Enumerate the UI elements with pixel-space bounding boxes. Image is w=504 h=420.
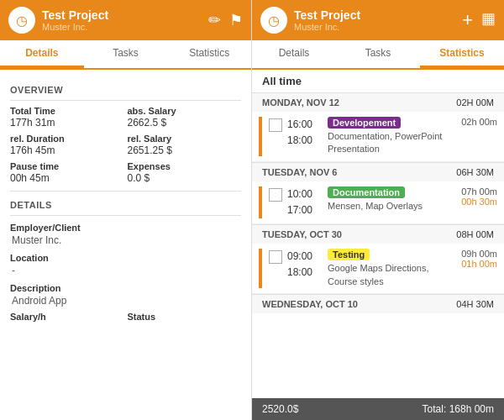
day-label-1: TUESDAY, NOV 6: [262, 167, 337, 177]
day-row-0: MONDAY, NOV 12 02H 00M: [252, 92, 504, 112]
entry-time-0: 16:0018:00: [287, 117, 323, 149]
entry-desc-2: Google Maps Directions, Course styles: [328, 263, 428, 286]
left-header: ◷ Test Project Muster Inc. ✏ ⚑: [0, 0, 251, 40]
salary-label-cell: Salary/h: [10, 312, 124, 322]
left-tab-statistics[interactable]: Statistics: [167, 40, 251, 68]
day-total-3: 04H 30M: [456, 299, 494, 309]
entry-check-1[interactable]: [269, 188, 282, 202]
stats-grid: Total Time 177h 31m abs. Salary 2662.5 $…: [10, 106, 241, 184]
employer-value: Muster Inc.: [10, 234, 241, 246]
bottom-total: Total: 168h 00m: [423, 403, 494, 415]
right-header-subtitle: Muster Inc.: [294, 22, 455, 32]
entry-flag-0: [259, 117, 262, 156]
entry-detail-0: Developement Documentation, PowerPoint P…: [328, 117, 456, 156]
entry-row-2: 09:0018:00 Testing Google Maps Direction…: [252, 244, 504, 294]
day-label-0: MONDAY, NOV 12: [262, 97, 339, 108]
right-tabs: Details Tasks Statistics: [252, 40, 504, 70]
entry-flag-1: [259, 186, 262, 218]
plus-icon[interactable]: +: [462, 9, 473, 31]
stat-rel-salary-label: rel. Salary 2651.25 $: [128, 134, 242, 156]
bottom-amount: 2520.0$: [262, 403, 298, 415]
right-tab-statistics[interactable]: Statistics: [420, 40, 504, 68]
description-label: Description: [10, 283, 241, 293]
entry-hours-2: 09h 00m 01h 00m: [461, 249, 497, 269]
left-header-title: Test Project: [42, 8, 202, 23]
day-total-2: 08H 00M: [456, 229, 494, 239]
left-tab-tasks[interactable]: Tasks: [84, 40, 168, 68]
overview-divider: [10, 100, 241, 101]
left-panel: ◷ Test Project Muster Inc. ✏ ⚑ Details T…: [0, 0, 252, 420]
right-header-icon: ◷: [260, 7, 287, 34]
right-header: ◷ Test Project Muster Inc. + ▦: [252, 0, 504, 40]
right-header-text: Test Project Muster Inc.: [294, 8, 455, 33]
right-content: MONDAY, NOV 12 02H 00M 16:0018:00 Develo…: [252, 92, 504, 398]
entry-row-0: 16:0018:00 Developement Documentation, P…: [252, 112, 504, 162]
left-content: OVERVIEW Total Time 177h 31m abs. Salary…: [0, 70, 251, 420]
day-row-2: TUESDAY, OCT 30 08H 00M: [252, 224, 504, 244]
left-tabs: Details Tasks Statistics: [0, 40, 251, 70]
flag-icon[interactable]: ⚑: [229, 11, 243, 29]
left-header-text: Test Project Muster Inc.: [42, 8, 202, 33]
location-value: -: [10, 265, 241, 276]
description-value: Android App: [10, 295, 241, 307]
entry-hours-0: 02h 00m: [461, 117, 497, 127]
stat-expenses-label: Expenses 0.0 $: [128, 161, 242, 184]
status-label-cell: Status: [128, 312, 242, 322]
entry-tag-1: Documentation: [328, 186, 405, 198]
stat-pause-time-label: Pause time 00h 45m: [10, 161, 124, 184]
details-divider2: [10, 215, 241, 216]
left-header-subtitle: Muster Inc.: [42, 22, 202, 32]
stat-abs-salary-label: abs. Salary 2662.5 $: [128, 106, 242, 129]
entry-hours-1: 07h 00m 00h 30m: [461, 186, 497, 207]
salary-status-grid: Salary/h Status: [10, 312, 241, 322]
entry-detail-1: Documentation Mensen, Map Overlays: [328, 186, 456, 213]
entry-check-0[interactable]: [269, 118, 282, 132]
day-total-0: 02H 00M: [456, 97, 494, 108]
entry-check-2[interactable]: [269, 250, 282, 264]
day-label-2: TUESDAY, OCT 30: [262, 229, 342, 239]
left-header-icon: ◷: [8, 7, 35, 34]
employer-label: Employer/Client: [10, 223, 241, 233]
entry-flag-2: [259, 249, 262, 288]
details-divider: [10, 191, 241, 192]
details-title: DETAILS: [10, 200, 241, 210]
entry-desc-1: Mensen, Map Overlays: [328, 201, 423, 211]
all-time-header: All time: [252, 70, 504, 92]
location-label: Location: [10, 253, 241, 263]
right-panel: ◷ Test Project Muster Inc. + ▦ Details T…: [252, 0, 504, 420]
right-tab-tasks[interactable]: Tasks: [336, 40, 420, 68]
entry-row-1: 10:0017:00 Documentation Mensen, Map Ove…: [252, 181, 504, 224]
day-row-1: TUESDAY, NOV 6 06H 30M: [252, 162, 504, 181]
entry-time-1: 10:0017:00: [287, 186, 323, 218]
day-row-3: WEDNESDAY, OCT 10 04H 30M: [252, 294, 504, 313]
grid-icon[interactable]: ▦: [481, 9, 496, 31]
stat-rel-duration-label: rel. Duration 176h 45m: [10, 134, 124, 156]
stat-total-time-label: Total Time 177h 31m: [10, 106, 124, 129]
bottom-bar: 2520.0$ Total: 168h 00m: [252, 398, 504, 420]
day-label-3: WEDNESDAY, OCT 10: [262, 299, 358, 309]
right-tab-details[interactable]: Details: [252, 40, 336, 68]
entry-desc-0: Documentation, PowerPoint Presentation: [328, 131, 442, 154]
right-header-title: Test Project: [294, 8, 455, 23]
pencil-icon[interactable]: ✏: [208, 11, 221, 29]
left-header-actions: ✏ ⚑: [208, 11, 243, 29]
entry-tag-0: Developement: [328, 117, 401, 129]
day-total-1: 06H 30M: [456, 167, 494, 177]
right-header-actions: + ▦: [462, 9, 496, 31]
entry-detail-2: Testing Google Maps Directions, Course s…: [328, 249, 456, 288]
entry-tag-2: Testing: [328, 249, 370, 260]
overview-title: OVERVIEW: [10, 85, 241, 95]
entry-time-2: 09:0018:00: [287, 249, 323, 281]
left-tab-details[interactable]: Details: [0, 40, 84, 68]
